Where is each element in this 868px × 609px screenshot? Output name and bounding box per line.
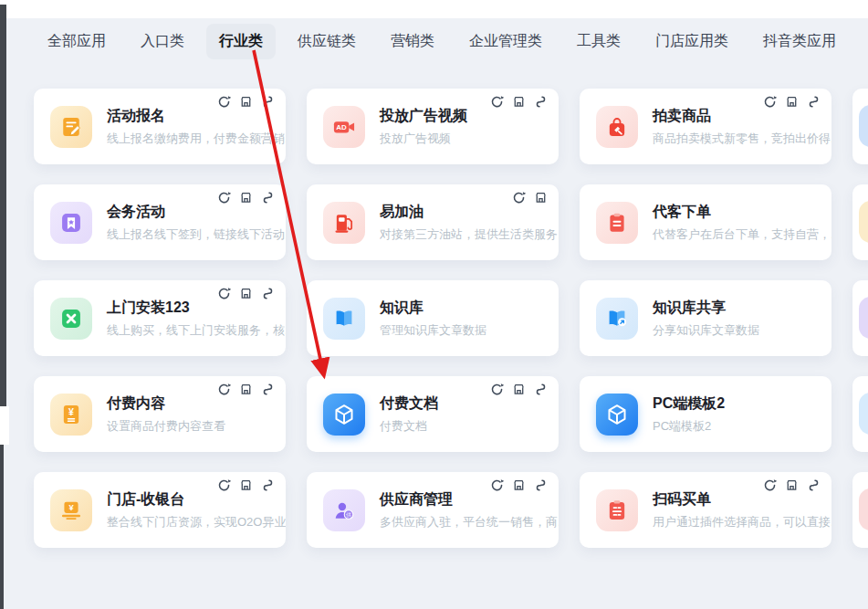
refresh-icon[interactable] (217, 191, 231, 205)
app-desc: 设置商品付费内容查看 (107, 418, 225, 435)
card-actions (763, 95, 821, 109)
store-icon[interactable] (785, 95, 799, 109)
app-desc: 整合线下门店资源，实现O2O异业... (107, 514, 286, 530)
store-icon[interactable] (239, 478, 253, 492)
link-icon[interactable] (261, 191, 275, 205)
partial-app-icon (859, 488, 868, 530)
card-knowledge-share[interactable]: 知识库共享 分享知识库文章数据 (580, 280, 831, 356)
link-icon[interactable] (534, 383, 548, 396)
app-title: 会务活动 (107, 203, 286, 221)
link-icon[interactable] (261, 383, 275, 396)
tab-supply-chain[interactable]: 供应链类 (285, 24, 369, 59)
tab-industry[interactable]: 行业类 (206, 24, 276, 59)
app-desc: 对接第三方油站，提供生活类服务。 (380, 226, 559, 243)
store-icon[interactable] (239, 191, 253, 205)
card-order-on-behalf[interactable]: 代客下单 代替客户在后台下单，支持自营，... (580, 184, 831, 260)
card-actions (512, 191, 548, 205)
refresh-icon[interactable] (763, 95, 777, 109)
refresh-icon[interactable] (512, 191, 526, 205)
card-onsite-install[interactable]: 上门安装123 线上购买，线下上门安装服务，核... (34, 280, 286, 356)
link-icon[interactable] (807, 478, 821, 492)
auction-bag-icon (596, 106, 638, 148)
partial-card[interactable] (852, 89, 868, 164)
app-title: PC端模板2 (653, 394, 725, 413)
card-knowledge-base[interactable]: 知识库 管理知识库文章数据 (307, 280, 559, 356)
refresh-icon[interactable] (490, 383, 504, 396)
app-desc: 线上购买，线下上门安装服务，核... (107, 322, 286, 339)
app-card-grid: 活动报名 线上报名缴纳费用，付费金额营销... AD 投放广告视频 投放广告视频 (34, 89, 831, 548)
link-icon[interactable] (261, 95, 275, 109)
app-desc: 线上报名缴纳费用，付费金额营销... (107, 131, 286, 147)
refresh-icon[interactable] (217, 383, 231, 396)
refresh-icon[interactable] (490, 478, 504, 492)
app-desc: 投放广告视频 (380, 131, 467, 147)
store-icon[interactable] (512, 478, 526, 492)
card-paid-content[interactable]: ¥ 付费内容 设置商品付费内容查看 (34, 376, 286, 452)
card-paid-docs[interactable]: 付费文档 付费文档 (307, 376, 559, 452)
app-title: 供应商管理 (380, 490, 559, 509)
card-pc-template2[interactable]: PC端模板2 PC端模板2 (580, 376, 831, 452)
app-title: 知识库 (380, 299, 486, 317)
partial-card[interactable] (852, 280, 868, 356)
link-icon[interactable] (261, 287, 275, 300)
partial-card[interactable] (852, 376, 868, 452)
app-title: 门店-收银台 (107, 490, 286, 509)
partial-app-icon (859, 393, 868, 435)
tab-store-apps[interactable]: 门店应用类 (643, 24, 741, 59)
card-actions (217, 478, 275, 492)
link-icon[interactable] (534, 478, 548, 492)
left-edge-rail (0, 5, 6, 406)
partial-card[interactable] (852, 184, 868, 260)
card-activity-signup[interactable]: 活动报名 线上报名缴纳费用，付费金额营销... (34, 89, 286, 164)
store-icon[interactable] (512, 383, 526, 396)
store-icon[interactable] (239, 95, 253, 109)
card-conference-activity[interactable]: 会务活动 线上报名线下签到，链接线下活动。 (34, 184, 286, 260)
link-icon[interactable] (261, 478, 275, 492)
card-scan-to-pay[interactable]: 扫码买单 用户通过插件选择商品，可以直接... (580, 472, 831, 548)
card-easy-refuel[interactable]: 易加油 对接第三方油站，提供生活类服务。 (307, 184, 559, 260)
tab-tools[interactable]: 工具类 (564, 24, 633, 59)
knowledge-share-icon (596, 298, 638, 340)
card-actions (490, 383, 548, 396)
store-icon[interactable] (512, 95, 526, 109)
card-ad-video[interactable]: AD 投放广告视频 投放广告视频 (307, 89, 559, 164)
app-title: 投放广告视频 (380, 107, 467, 125)
app-title: 代客下单 (653, 203, 831, 221)
tab-enterprise-mgmt[interactable]: 企业管理类 (456, 24, 555, 59)
store-icon[interactable] (534, 191, 548, 205)
tab-entry[interactable]: 入口类 (128, 24, 197, 59)
refresh-icon[interactable] (490, 95, 504, 109)
top-white-strip (0, 0, 868, 18)
left-edge-rail (0, 445, 4, 609)
card-store-cashier[interactable]: ¥ 门店-收银台 整合线下门店资源，实现O2O异业... (34, 472, 286, 548)
cashier-icon: ¥ (50, 489, 92, 531)
paid-content-icon: ¥ (50, 394, 92, 436)
card-supplier-mgmt[interactable]: 供 供应商管理 多供应商入驻，平台统一销售，商... (307, 472, 559, 548)
svg-text:AD: AD (336, 123, 347, 131)
refresh-icon[interactable] (217, 95, 231, 109)
tab-douyin-apps[interactable]: 抖音类应用 (750, 24, 849, 59)
refresh-icon[interactable] (217, 287, 231, 300)
partial-app-icon (859, 297, 868, 339)
store-icon[interactable] (239, 287, 253, 300)
knowledge-book-icon (323, 298, 365, 340)
app-title: 扫码买单 (653, 490, 831, 509)
refresh-icon[interactable] (217, 478, 231, 492)
card-auction-goods[interactable]: 拍卖商品 商品拍卖模式新零售，竞拍出价得... (580, 89, 831, 164)
card-actions (217, 383, 275, 396)
signup-doc-icon (50, 106, 92, 148)
refresh-icon[interactable] (763, 478, 777, 492)
card-actions (217, 95, 275, 109)
store-icon[interactable] (239, 383, 253, 396)
store-icon[interactable] (785, 478, 799, 492)
tab-all-apps[interactable]: 全部应用 (35, 24, 119, 59)
app-title: 拍卖商品 (653, 107, 831, 125)
svg-text:¥: ¥ (68, 406, 74, 417)
card-actions (763, 478, 821, 492)
link-icon[interactable] (807, 95, 821, 109)
link-icon[interactable] (534, 95, 548, 109)
order-clipboard-icon (596, 202, 638, 244)
tab-marketing[interactable]: 营销类 (378, 24, 447, 59)
pc-template-cube-icon (596, 394, 638, 436)
partial-card[interactable] (852, 472, 868, 548)
